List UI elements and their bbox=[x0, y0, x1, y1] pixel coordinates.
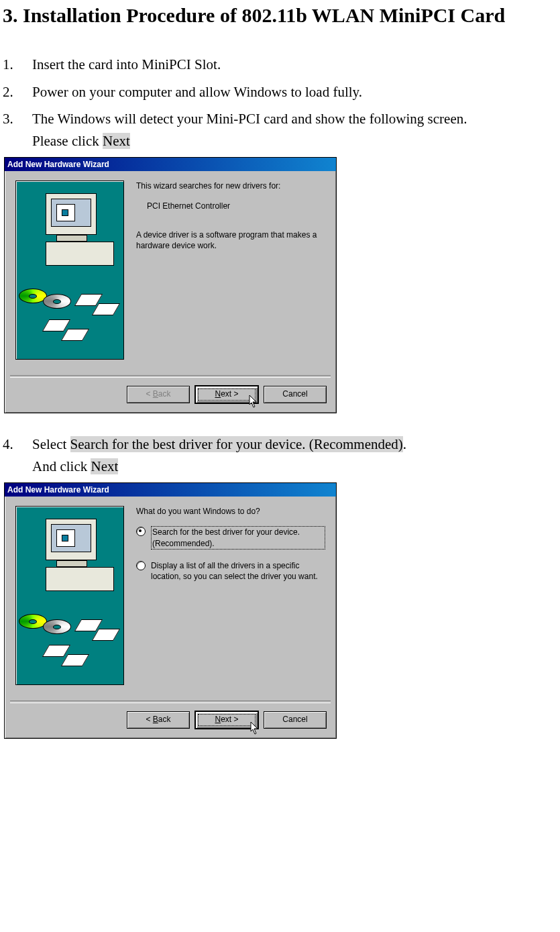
step-4-option-highlight: Search for the best driver for your devi… bbox=[70, 436, 403, 452]
wizard2-question: What do you want Windows to do? bbox=[136, 506, 325, 517]
step-3: 3. The Windows will detect your Mini-PCI… bbox=[3, 108, 557, 152]
step-4: 4. Select Search for the best driver for… bbox=[3, 433, 557, 477]
wizard-dialog-1: Add New Hardware Wizard This wizard sear… bbox=[4, 157, 337, 413]
next-rest: ext > bbox=[221, 389, 238, 399]
step-3-next-highlight: Next bbox=[103, 133, 130, 149]
page-title: 3. Installation Procedure of 802.11b WLA… bbox=[3, 4, 557, 27]
step-3-number: 3. bbox=[3, 108, 32, 152]
next-rest: ext > bbox=[221, 715, 238, 724]
wizard-art-icon bbox=[15, 506, 124, 685]
back-rest: ack bbox=[158, 389, 171, 399]
wizard1-device-name: PCI Ethernet Controller bbox=[136, 201, 325, 211]
next-underline: N bbox=[215, 715, 221, 724]
wizard-art-icon bbox=[15, 180, 124, 360]
wizard-dialog-2: Add New Hardware Wizard What do you want… bbox=[4, 482, 337, 739]
back-button[interactable]: < Back bbox=[127, 386, 190, 403]
step-4-line1b: . bbox=[403, 436, 406, 452]
cancel-button[interactable]: Cancel bbox=[264, 711, 327, 729]
wizard2-titlebar: Add New Hardware Wizard bbox=[5, 483, 336, 497]
radio-icon bbox=[136, 527, 146, 536]
radio-icon bbox=[136, 561, 146, 570]
back-button[interactable]: < Back bbox=[127, 711, 190, 729]
step-2-number: 2. bbox=[3, 81, 32, 103]
step-2: 2. Power on your computer and allow Wind… bbox=[3, 81, 557, 103]
next-button[interactable]: Next > bbox=[195, 386, 258, 403]
step-4-next-highlight: Next bbox=[91, 458, 118, 474]
step-1-number: 1. bbox=[3, 54, 32, 76]
radio-option-2-label: Display a list of all the drivers in a s… bbox=[151, 560, 325, 582]
radio-option-1-label: Search for the best driver for your devi… bbox=[151, 526, 325, 549]
back-rest: ack bbox=[158, 715, 171, 724]
wizard1-titlebar: Add New Hardware Wizard bbox=[5, 158, 336, 171]
radio-option-2[interactable]: Display a list of all the drivers in a s… bbox=[136, 560, 325, 582]
radio-option-1[interactable]: Search for the best driver for your devi… bbox=[136, 526, 325, 549]
wizard1-text-1: This wizard searches for new drivers for… bbox=[136, 180, 325, 191]
step-1: 1. Insert the card into MiniPCI Slot. bbox=[3, 54, 557, 76]
back-underline: B bbox=[153, 389, 158, 399]
step-4-line2a: And click bbox=[32, 458, 91, 474]
step-3-line2a: Please click bbox=[32, 133, 103, 149]
next-underline: N bbox=[215, 389, 221, 399]
cancel-button[interactable]: Cancel bbox=[264, 386, 327, 403]
step-3-line1: The Windows will detect your Mini-PCI ca… bbox=[32, 111, 467, 127]
next-button[interactable]: Next > bbox=[195, 711, 258, 729]
step-4-line1a: Select bbox=[32, 436, 70, 452]
back-underline: B bbox=[153, 715, 158, 724]
step-1-text: Insert the card into MiniPCI Slot. bbox=[32, 54, 557, 76]
step-4-number: 4. bbox=[3, 433, 32, 477]
step-2-text: Power on your computer and allow Windows… bbox=[32, 81, 557, 103]
back-prefix: < bbox=[146, 715, 152, 724]
wizard1-text-2: A device driver is a software program th… bbox=[136, 229, 325, 251]
